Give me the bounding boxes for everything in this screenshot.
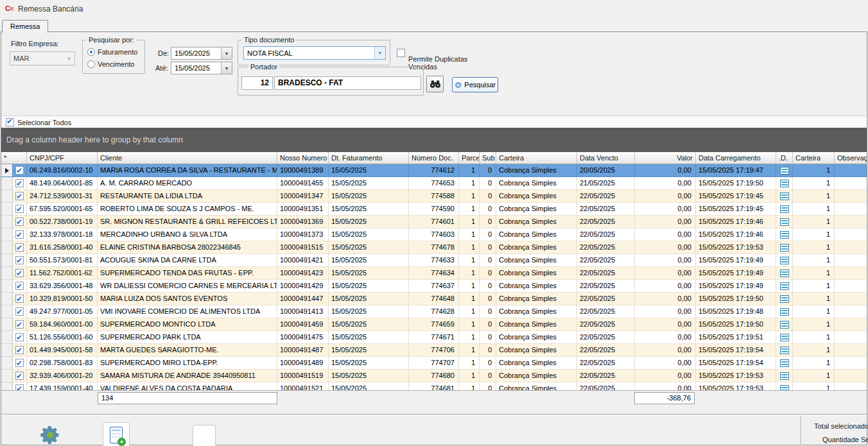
table-row[interactable]: 48.149.064/0001-85A. M. CARRARO MERCADO1…	[1, 177, 867, 190]
row-selector-header[interactable]: *	[1, 152, 27, 164]
cell-cliente: SAMARA MISTURA DE ANDRADE 39440950811	[98, 370, 277, 382]
radio-vencimento[interactable]: Vencimento	[87, 60, 134, 69]
empresa-combobox[interactable]: MAR ▾	[10, 51, 75, 65]
detail-grid-icon[interactable]	[780, 244, 789, 252]
row-checkbox[interactable]	[13, 228, 27, 241]
blank-button[interactable]	[193, 425, 216, 446]
row-checkbox[interactable]	[13, 370, 27, 382]
row-checkbox[interactable]	[13, 164, 27, 177]
row-checkbox[interactable]	[13, 280, 27, 293]
portador-nome-field[interactable]: BRADESCO - FAT	[274, 76, 421, 90]
table-row[interactable]: 01.449.945/0001-58MARTA GUEDES SARAGIOTT…	[1, 344, 867, 357]
table-row[interactable]: 02.298.758/0001-83SUPERMERCADO MIRO LTDA…	[1, 357, 867, 370]
row-checkbox[interactable]	[13, 382, 27, 390]
detail-grid-icon[interactable]	[780, 257, 789, 264]
column-header-cliente[interactable]: Cliente	[98, 152, 277, 164]
add-remessa-button[interactable]: +	[103, 422, 130, 446]
table-row[interactable]: 59.184.960/0001-00SUPERMERCADO MONTICO L…	[1, 318, 867, 331]
row-checkbox[interactable]	[13, 293, 27, 305]
table-row[interactable]: 10.329.819/0001-50MARIA LUIZA DOS SANTOS…	[1, 293, 867, 305]
detail-grid-icon[interactable]	[780, 334, 789, 341]
column-header-vencto[interactable]: Data Vencto	[577, 152, 635, 164]
table-row[interactable]: 24.712.539/0001-31RESTAURANTE DA LIDIA L…	[1, 190, 867, 203]
table-row[interactable]: 33.629.356/0001-48WR DALIESSI COMERCIO C…	[1, 280, 867, 293]
detail-grid-icon[interactable]	[780, 282, 789, 290]
column-header-numdoc[interactable]: Número Doc.	[409, 152, 459, 164]
detail-grid-icon[interactable]	[780, 295, 789, 303]
detail-grid-icon[interactable]	[780, 180, 789, 187]
column-header-dtfat[interactable]: Dt. Faturamento	[329, 152, 409, 164]
date-ate-input[interactable]: 15/05/2025 ▾	[171, 62, 232, 74]
column-header-sub[interactable]: Sub	[480, 152, 496, 164]
column-header-carteira[interactable]: Carteira	[496, 152, 577, 164]
cell-dtfat: 15/05/2025	[329, 216, 409, 228]
select-all-checkbox[interactable]	[6, 118, 14, 126]
column-header-d[interactable]: .D.	[776, 152, 793, 164]
group-by-bar[interactable]: Drag a column header here to group by th…	[1, 128, 867, 152]
table-row[interactable]: 11.562.752/0001-62SUPERMERCADO TENDA DAS…	[1, 267, 867, 280]
row-checkbox[interactable]	[13, 331, 27, 344]
detail-grid-icon[interactable]	[780, 347, 789, 354]
row-checkbox[interactable]	[13, 241, 27, 254]
cell-nosso: 10000491519	[277, 370, 329, 382]
portador-search-button[interactable]	[426, 76, 444, 92]
checkbox-icon	[15, 320, 24, 329]
process-remessa-button[interactable]	[36, 421, 64, 446]
row-checkbox[interactable]	[13, 357, 27, 370]
detail-grid-icon[interactable]	[780, 308, 789, 316]
row-checkbox[interactable]	[13, 267, 27, 280]
table-row[interactable]: 32.939.406/0001-20SAMARA MISTURA DE ANDR…	[1, 370, 867, 382]
cell-parcela: 1	[459, 254, 480, 267]
table-row[interactable]: 00.522.738/0001-19SR. MIGNON RESTAURANTE…	[1, 216, 867, 228]
pesquisar-button[interactable]: ⚙ Pesquisar	[452, 77, 498, 92]
column-header-cnpj[interactable]: CNPJ/CPF	[27, 152, 98, 164]
detail-grid-icon[interactable]	[780, 321, 789, 329]
table-row[interactable]: 51.126.556/0001-60SUPERMERCADO PARK LTDA…	[1, 331, 867, 344]
portador-codigo-field[interactable]: 12	[241, 76, 273, 90]
chevron-down-icon[interactable]: ▾	[374, 47, 385, 59]
column-header-parcela[interactable]: Parcela	[459, 152, 480, 164]
column-header-carreg[interactable]: Data Carregamento	[696, 152, 776, 164]
table-row[interactable]: 06.249.816/0002-10MARIA ROSA CORREA DA S…	[1, 164, 867, 177]
cell-parcela: 1	[459, 331, 480, 344]
table-row[interactable]: 67.595.520/0001-65ROBERTO LIMA DE SOUZA …	[1, 203, 867, 216]
cell-d	[776, 164, 793, 177]
detail-grid-icon[interactable]	[780, 167, 789, 175]
row-checkbox[interactable]	[13, 203, 27, 216]
radio-faturamento[interactable]: Faturamento	[87, 47, 137, 56]
detail-grid-icon[interactable]	[780, 231, 789, 239]
table-row[interactable]: 49.247.977/0001-05VMI INOVARE COMERCIO D…	[1, 305, 867, 318]
column-header-carteira2[interactable]: Carteira	[793, 152, 835, 164]
cell-nosso: 10000491487	[277, 344, 329, 357]
detail-grid-icon[interactable]	[780, 372, 789, 380]
row-checkbox[interactable]	[13, 190, 27, 203]
cell-d	[776, 357, 793, 370]
detail-grid-icon[interactable]	[780, 193, 789, 200]
detail-grid-icon[interactable]	[780, 385, 789, 391]
detail-grid-icon[interactable]	[780, 270, 789, 277]
row-checkbox[interactable]	[13, 318, 27, 331]
row-checkbox[interactable]	[13, 305, 27, 318]
cell-obs	[835, 357, 867, 370]
chevron-down-icon[interactable]: ▾	[221, 62, 232, 74]
row-checkbox[interactable]	[13, 216, 27, 228]
detail-grid-icon[interactable]	[780, 218, 789, 226]
tipo-documento-combobox[interactable]: NOTA FISCAL ▾	[243, 46, 386, 60]
row-checkbox[interactable]	[13, 344, 27, 357]
column-header-valor[interactable]: Valor	[635, 152, 696, 164]
tab-remessa[interactable]: Remessa	[2, 20, 48, 33]
row-indicator	[1, 190, 13, 203]
table-row[interactable]: 31.616.258/0001-40ELAINE CRISTINA BARBOS…	[1, 241, 867, 254]
detail-grid-icon[interactable]	[780, 205, 789, 213]
cell-vencto: 22/05/2025	[577, 280, 635, 293]
column-header-nosso[interactable]: Nosso Numero	[277, 152, 329, 164]
row-checkbox[interactable]	[13, 254, 27, 267]
chevron-down-icon[interactable]: ▾	[221, 47, 232, 59]
detail-grid-icon[interactable]	[780, 359, 789, 367]
table-row[interactable]: 50.551.573/0001-81ACOUGUE SKINA DA CARNE…	[1, 254, 867, 267]
date-de-input[interactable]: 15/05/2025 ▾	[171, 47, 232, 60]
table-row[interactable]: 32.133.978/0001-18MERCADINHO URBANO & SI…	[1, 228, 867, 241]
table-row[interactable]: 17.439.159/0001-40VALDIRENE ALVES DA COS…	[1, 382, 867, 390]
column-header-obs[interactable]: Observaçã	[835, 152, 867, 164]
row-checkbox[interactable]	[13, 177, 27, 190]
